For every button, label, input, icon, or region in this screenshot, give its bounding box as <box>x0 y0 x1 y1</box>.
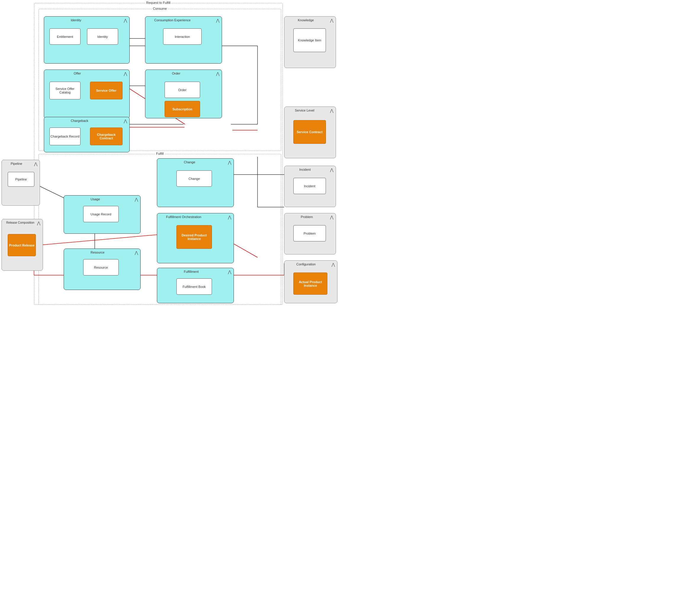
configuration-group-arrow: ⋀ <box>332 262 335 267</box>
change-item-box: Change <box>177 170 212 187</box>
problem-item-box: Problem <box>293 225 326 241</box>
identity-group-arrow: ⋀ <box>124 18 127 23</box>
order-group: Order ⋀ Order Subscription <box>145 70 222 118</box>
service-offer-catalog-box: Service Offer Catalog <box>49 82 81 99</box>
fulfillment-group-arrow: ⋀ <box>228 269 231 274</box>
consume-label: Consume <box>152 7 167 10</box>
chargeback-group-arrow: ⋀ <box>124 119 127 123</box>
interaction-box: Interaction <box>163 28 202 45</box>
product-release-box: Product Release <box>8 234 36 256</box>
identity-group-label: Identity <box>71 18 81 22</box>
fulfillment-orchestration-arrow: ⋀ <box>228 215 231 219</box>
request-to-fulfill-label: Request to Fulfill <box>145 1 172 4</box>
consumption-experience-arrow: ⋀ <box>216 18 219 23</box>
pipeline-group-label: Pipeline <box>11 162 22 165</box>
offer-group-label: Offer <box>74 72 81 75</box>
pipeline-group: Pipeline ⋀ Pipeline <box>1 160 40 206</box>
release-composition-group: Release Composition ⋀ Product Release <box>1 219 43 271</box>
identity-group: Identity ⋀ Entitlement Identity <box>44 16 130 64</box>
actual-product-instance-box: Actual Product Instance <box>293 273 327 295</box>
order-group-arrow: ⋀ <box>216 71 219 76</box>
knowledge-group-label: Knowledge <box>298 18 314 22</box>
incident-group-arrow: ⋀ <box>330 167 333 172</box>
usage-group-label: Usage <box>91 197 100 201</box>
problem-group-label: Problem <box>301 215 313 219</box>
fulfillment-orchestration-label: Fulfillment Orchestration <box>166 215 201 219</box>
knowledge-group: Knowledge ⋀ Knowledge Item <box>284 16 336 68</box>
usage-record-box: Usage Record <box>83 206 119 222</box>
order-group-label: Order <box>172 72 180 75</box>
desired-product-instance-box: Desired Product Instance <box>177 225 212 249</box>
usage-group-arrow: ⋀ <box>135 197 138 202</box>
subscription-box: Subscription <box>164 101 200 117</box>
change-group-label: Change <box>184 160 196 164</box>
resource-group-label: Resource <box>91 251 105 254</box>
chargeback-group-label: Chargeback <box>71 119 88 122</box>
service-level-group: Service Level ⋀ Service Contract <box>284 106 336 158</box>
service-offer-box: Service Offer <box>90 82 122 99</box>
order-item-box: Order <box>164 82 200 98</box>
configuration-group: Configuration ⋀ Actual Product Instance <box>284 260 338 303</box>
change-group: Change ⋀ Change <box>157 158 234 207</box>
problem-group-arrow: ⋀ <box>330 215 333 219</box>
fulfillment-book-box: Fulfillment Book <box>177 278 212 295</box>
pipeline-item-box: Pipeline <box>8 172 35 187</box>
incident-item-box: Incident <box>293 178 326 194</box>
identity-box: Identity <box>87 28 118 45</box>
chargeback-group: Chargeback ⋀ Chargeback Record Chargebac… <box>44 117 130 152</box>
knowledge-group-arrow: ⋀ <box>330 18 333 23</box>
chargeback-contract-box: Chargeback Contract <box>90 127 122 145</box>
offer-group: Offer ⋀ Service Offer Catalog Service Of… <box>44 70 130 118</box>
configuration-group-label: Configuration <box>296 262 316 266</box>
pipeline-group-arrow: ⋀ <box>34 162 37 166</box>
service-level-arrow: ⋀ <box>330 108 333 113</box>
usage-group: Usage ⋀ Usage Record <box>64 195 141 234</box>
resource-group: Resource ⋀ Resource <box>64 248 141 290</box>
consumption-experience-label: Consumption Experience <box>154 18 191 22</box>
problem-group: Problem ⋀ Problem <box>284 213 336 255</box>
fulfillment-group: Fulfillment ⋀ Fulfillment Book <box>157 268 234 303</box>
fulfillment-orchestration-group: Fulfillment Orchestration ⋀ Desired Prod… <box>157 213 234 263</box>
entitlement-box: Entitlement <box>49 28 81 45</box>
release-composition-arrow: ⋀ <box>37 221 40 226</box>
consumption-experience-group: Consumption Experience ⋀ Interaction <box>145 16 222 64</box>
service-level-label: Service Level <box>295 109 314 112</box>
change-group-arrow: ⋀ <box>228 160 231 165</box>
fulfillment-group-label: Fulfillment <box>184 270 199 274</box>
service-contract-box: Service Contract <box>293 120 326 144</box>
diagram-container: Request to Fulfill Consume Fulfill Ident… <box>0 0 341 308</box>
resource-item-box: Resource <box>83 259 119 276</box>
resource-group-arrow: ⋀ <box>135 250 138 255</box>
knowledge-item-box: Knowledge Item <box>293 28 326 52</box>
fulfill-label: Fulfill <box>155 152 164 155</box>
incident-group: Incident ⋀ Incident <box>284 166 336 207</box>
offer-group-arrow: ⋀ <box>124 71 127 76</box>
chargeback-record-box: Chargeback Record <box>49 127 81 145</box>
incident-group-label: Incident <box>299 168 311 171</box>
release-composition-label: Release Composition <box>6 221 35 224</box>
